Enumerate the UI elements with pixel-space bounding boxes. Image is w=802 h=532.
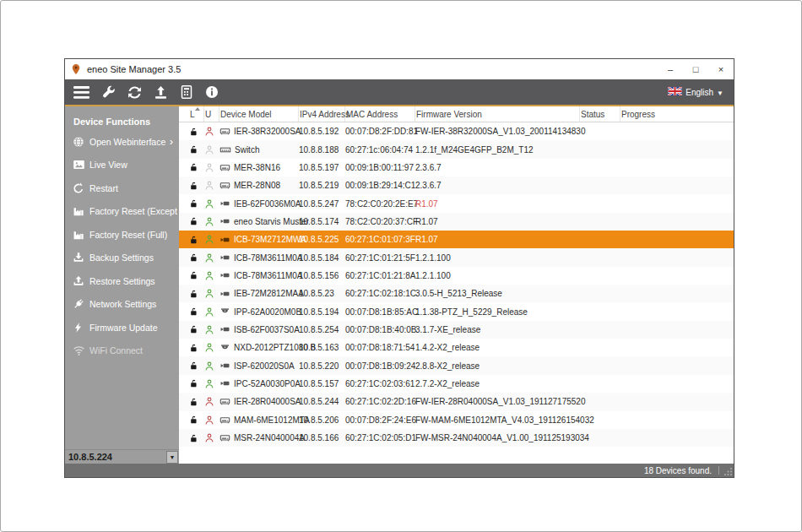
language-label: English bbox=[685, 88, 713, 97]
table-row[interactable]: NXD-2012PTZ1080 B10.8.5.16300:07:D8:18:7… bbox=[179, 339, 734, 356]
table-row[interactable]: IER-28R04000SA10.8.5.24460:27:1C:02:2D:1… bbox=[179, 393, 734, 410]
upload-icon[interactable] bbox=[154, 85, 168, 100]
dome-icon bbox=[219, 343, 230, 353]
maximize-button[interactable]: □ bbox=[683, 59, 708, 79]
ipv4-cell: 10.8.5.174 bbox=[299, 217, 345, 226]
sidebar-item-live-view[interactable]: Live View bbox=[65, 154, 179, 177]
mac-cell: 00:07:D8:1B:85:AC bbox=[345, 307, 415, 317]
column-header-ipv4[interactable]: IPv4 Address bbox=[299, 106, 345, 122]
minimize-button[interactable]: – bbox=[658, 59, 683, 79]
table-row[interactable]: MER-28N0810.8.5.21900:09:1B:29:14:C12.3.… bbox=[179, 176, 734, 194]
resize-grip-icon[interactable] bbox=[723, 465, 733, 475]
sort-ascending-icon bbox=[195, 107, 200, 111]
column-header-mac[interactable]: MAC Address bbox=[345, 106, 415, 122]
lock-cell bbox=[189, 343, 204, 353]
table-row[interactable]: ICB-73M2712MWA10.8.5.22560:27:1C:01:07:3… bbox=[179, 231, 734, 248]
sidebar-header: Device Functions bbox=[65, 106, 179, 130]
table-row[interactable]: ISB-62F0037S0A10.8.5.25400:07:D8:1B:40:0… bbox=[179, 321, 734, 339]
lock-cell bbox=[189, 361, 204, 371]
refresh-icon[interactable] bbox=[127, 85, 142, 100]
lock-open-icon bbox=[189, 289, 204, 299]
wrench-icon[interactable] bbox=[101, 85, 116, 100]
language-selector[interactable]: English ▼ bbox=[668, 87, 723, 97]
table-row[interactable]: MER-38N1610.8.5.19700:09:1B:00:11:972.3.… bbox=[179, 159, 734, 176]
device-model-cell: NXD-2012PTZ1080 B bbox=[219, 343, 299, 353]
table-row[interactable]: ISP-620020S0A10.8.5.22000:07:D8:1B:09:24… bbox=[179, 356, 734, 374]
camera-icon bbox=[219, 289, 230, 299]
lock-cell bbox=[189, 270, 204, 280]
sidebar-item-open-webinterface[interactable]: Open Webinterface› bbox=[65, 130, 179, 154]
lock-cell bbox=[189, 216, 204, 226]
camera-icon bbox=[219, 198, 230, 209]
user-icon bbox=[204, 415, 219, 426]
ipv4-cell: 10.8.5.184 bbox=[299, 253, 345, 263]
user-cell bbox=[204, 307, 219, 318]
device-model-cell: ISB-62F0037S0A bbox=[219, 324, 299, 334]
table-row[interactable]: IPP-62A0020M0B10.8.5.19400:07:D8:1B:85:A… bbox=[179, 302, 734, 320]
column-header-progress[interactable]: Progress bbox=[620, 106, 734, 122]
ipv4-cell: 10.8.5.166 bbox=[299, 433, 345, 442]
table-row[interactable]: IEB-72M2812MAA10.8.5.2360:27:1C:02:18:1C… bbox=[179, 285, 734, 302]
title-bar[interactable]: eneo Site Manager 3.5 – □ × bbox=[65, 59, 734, 79]
user-cell bbox=[204, 144, 219, 155]
device-model-label: IEB-72M2812MAA bbox=[234, 289, 304, 298]
user-cell bbox=[204, 162, 219, 173]
calculator-icon[interactable] bbox=[180, 85, 193, 99]
sidebar-item-restart[interactable]: Restart bbox=[65, 176, 179, 200]
main-toolbar: English ▼ bbox=[65, 79, 734, 105]
sidebar-item-factory-reset-full[interactable]: Factory Reset (Full) bbox=[65, 223, 179, 247]
sidebar-item-restore-settings[interactable]: Restore Settings bbox=[65, 269, 179, 293]
lock-open-icon bbox=[189, 415, 204, 425]
table-row[interactable]: eneo Starvis Muster10.8.5.17478:C2:C0:20… bbox=[179, 213, 734, 231]
sidebar-item-firmware-update[interactable]: Firmware Update bbox=[65, 316, 179, 339]
ipv4-cell: 10.8.5.220 bbox=[299, 361, 345, 371]
user-cell bbox=[204, 324, 219, 335]
device-model-cell: MER-28N08 bbox=[219, 180, 299, 191]
table-row[interactable]: IPC-52A0030P0A10.8.5.15760:27:1C:02:03:6… bbox=[179, 375, 734, 393]
table-row[interactable]: MSR-24N040004A10.8.5.16660:27:1C:02:05:D… bbox=[179, 429, 734, 447]
table-row[interactable]: MAM-6ME1012MTA10.8.5.20600:07:D8:2F:24:E… bbox=[179, 411, 734, 429]
column-header-device-model[interactable]: Device Model bbox=[219, 106, 299, 122]
user-cell bbox=[204, 361, 219, 372]
lock-cell bbox=[189, 415, 204, 425]
column-header-status[interactable]: Status bbox=[580, 106, 620, 122]
lock-cell bbox=[189, 198, 204, 209]
user-icon bbox=[204, 288, 219, 299]
sidebar-item-network-settings[interactable]: Network Settings bbox=[65, 293, 179, 317]
close-button[interactable]: × bbox=[708, 59, 734, 79]
recorder-icon bbox=[219, 162, 230, 173]
firmware-cell: 1.2.1.100 bbox=[415, 253, 580, 263]
ip-selector-combobox[interactable]: 10.8.5.224 ▼ bbox=[65, 449, 179, 464]
ipv4-cell: 10.8.5.156 bbox=[299, 271, 345, 280]
device-model-label: IER-38R32000SA bbox=[234, 127, 301, 136]
table-row[interactable]: IER-38R32000SA10.8.5.19200:07:D8:2F:DD:8… bbox=[179, 122, 734, 140]
column-header-user[interactable]: U bbox=[204, 106, 219, 122]
table-row[interactable]: ICB-78M3611M0A10.8.5.15660:27:1C:01:21:8… bbox=[179, 267, 734, 285]
lock-open-icon bbox=[189, 397, 204, 407]
mac-cell: 60:27:1C:02:03:61 bbox=[345, 379, 415, 388]
device-model-cell: eneo Starvis Muster bbox=[219, 216, 299, 226]
info-icon[interactable] bbox=[205, 85, 219, 99]
ip-selector-dropdown-button[interactable]: ▼ bbox=[166, 451, 178, 464]
sidebar-item-backup-settings[interactable]: Backup Settings bbox=[65, 247, 179, 270]
menu-icon[interactable] bbox=[73, 86, 89, 99]
device-model-label: IPP-62A0020M0B bbox=[234, 307, 301, 317]
wifi-icon bbox=[73, 345, 89, 356]
factory-icon bbox=[73, 205, 89, 217]
firmware-cell: 2.3.6.7 bbox=[415, 181, 580, 190]
sidebar-item-label: Factory Reset (Full) bbox=[89, 230, 167, 240]
ipv4-cell: 10.8.5.219 bbox=[299, 181, 345, 190]
table-row[interactable]: ICB-78M3611M0A10.8.5.18460:27:1C:01:21:5… bbox=[179, 248, 734, 266]
table-row[interactable]: IEB-62F0036M0A10.8.5.24778:C2:C0:20:2E:E… bbox=[179, 194, 734, 212]
device-model-cell: ISP-620020S0A bbox=[219, 361, 299, 371]
submenu-arrow-icon: › bbox=[170, 136, 179, 147]
device-model-label: ICB-78M3611M0A bbox=[234, 271, 303, 280]
sidebar-item-factory-reset-except-ip[interactable]: Factory Reset (Except IP) bbox=[65, 200, 179, 224]
lock-open-icon bbox=[189, 270, 204, 280]
user-icon bbox=[204, 324, 219, 335]
column-header-firmware[interactable]: Firmware Version bbox=[415, 106, 580, 122]
column-header-lock[interactable]: L bbox=[189, 106, 204, 122]
sidebar-item-label: Backup Settings bbox=[89, 252, 154, 263]
table-row[interactable]: Switch10.8.8.18860:27:1c:06:04:741.2.1f_… bbox=[179, 140, 734, 158]
mac-cell: 60:27:1C:01:07:3F bbox=[345, 235, 415, 244]
